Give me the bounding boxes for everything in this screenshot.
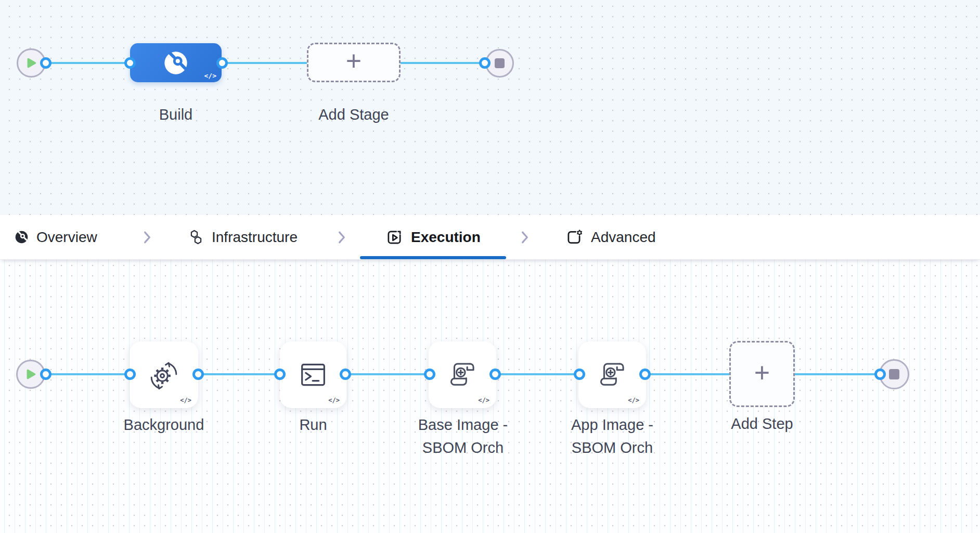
yaml-code-badge: </> (204, 72, 216, 80)
step-node-background[interactable]: </> (130, 341, 198, 408)
stage-edge-line (46, 62, 485, 64)
yaml-code-badge: </> (328, 397, 340, 404)
stage-node-build[interactable]: </> (130, 43, 222, 82)
connector-dot (40, 369, 51, 380)
connector-dot (124, 369, 136, 380)
stop-icon (889, 369, 899, 379)
yaml-code-badge: </> (180, 397, 191, 404)
tab-advanced[interactable]: Advanced (565, 215, 656, 259)
play-icon (24, 56, 38, 70)
add-step-button[interactable]: + (729, 341, 795, 407)
add-stage-button[interactable]: + (307, 43, 401, 82)
add-stage-label: Add Stage (302, 103, 406, 126)
add-step-label: Add Step (694, 412, 830, 435)
connector-dot (216, 57, 228, 69)
connector-dot (479, 57, 491, 69)
hexagons-icon (187, 229, 204, 246)
chevron-right-icon (141, 215, 153, 259)
tab-label: Overview (36, 229, 97, 246)
stop-icon (495, 58, 505, 68)
active-tab-underline (360, 256, 506, 259)
yaml-code-badge: </> (478, 397, 489, 404)
tab-infrastructure[interactable]: Infrastructure (187, 215, 298, 259)
yaml-code-badge: </> (628, 397, 639, 404)
connector-dot (424, 369, 435, 380)
step-label: Base Image -SBOM Orch (395, 413, 531, 459)
step-node-base-image-sbom[interactable]: </> (429, 341, 496, 408)
tab-overview[interactable]: Overview (15, 215, 97, 259)
sync-gear-icon (146, 357, 182, 393)
stage-config-tab-bar: Overview Infrastructure (0, 215, 980, 260)
connector-dot (874, 369, 886, 380)
stage-canvas[interactable]: </> + Build Add Stage (0, 0, 980, 215)
connector-dot (40, 57, 51, 69)
pipeline-editor: </> + Build Add Stage Overview (0, 0, 980, 533)
tab-label: Infrastructure (212, 229, 298, 246)
scroll-plus-icon (445, 358, 480, 392)
plus-icon: + (346, 47, 362, 74)
connector-dot (340, 369, 351, 380)
connector-dot (274, 369, 286, 380)
execution-step-canvas[interactable]: </> </> (0, 259, 980, 533)
pipeline-overview-icon (15, 230, 29, 244)
terminal-icon (296, 358, 330, 391)
chevron-right-icon (336, 215, 347, 259)
page-gear-icon (565, 229, 583, 246)
step-label: Run (246, 413, 381, 436)
step-node-run[interactable]: </> (280, 341, 346, 408)
tab-execution[interactable]: Execution (385, 215, 481, 259)
connector-dot (489, 369, 501, 380)
chevron-right-icon (519, 215, 531, 259)
play-icon (24, 367, 37, 382)
play-square-icon (385, 229, 403, 246)
step-label: Background (96, 413, 231, 436)
step-node-app-image-sbom[interactable]: </> (578, 341, 646, 408)
step-label: App Image -SBOM Orch (545, 413, 680, 459)
connector-dot (192, 369, 204, 380)
tab-label: Advanced (591, 229, 656, 246)
connector-dot (639, 369, 651, 380)
stage-label-build: Build (124, 103, 228, 126)
plus-icon: + (754, 359, 770, 386)
connector-dot (124, 57, 136, 69)
scroll-plus-icon (595, 358, 629, 392)
tab-label: Execution (411, 229, 481, 246)
build-stage-icon (162, 49, 189, 77)
connector-dot (574, 369, 585, 380)
